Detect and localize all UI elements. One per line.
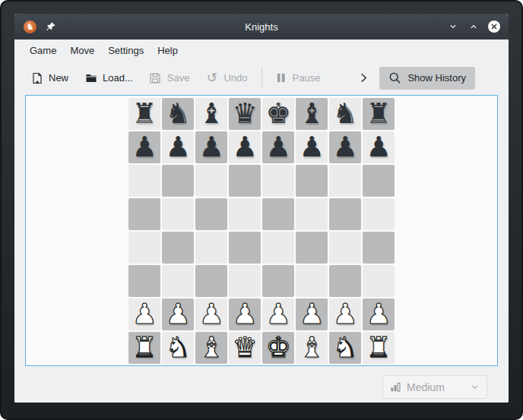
board-square[interactable]: ♟ bbox=[262, 298, 294, 330]
minimize-button[interactable] bbox=[446, 20, 460, 33]
maximize-button[interactable] bbox=[467, 20, 480, 33]
board-square[interactable]: ♟ bbox=[229, 298, 261, 330]
piece-wp[interactable]: ♟ bbox=[332, 298, 357, 330]
board-square[interactable] bbox=[262, 265, 294, 297]
board-square[interactable]: ♟ bbox=[229, 131, 261, 163]
board-square[interactable]: ♟ bbox=[195, 131, 227, 163]
board-square[interactable]: ♜ bbox=[363, 98, 395, 130]
board-square[interactable]: ♞ bbox=[162, 98, 194, 130]
piece-bq[interactable]: ♛ bbox=[232, 98, 257, 130]
piece-bp[interactable]: ♟ bbox=[332, 131, 357, 163]
piece-bp[interactable]: ♟ bbox=[198, 131, 223, 163]
board-square[interactable]: ♟ bbox=[329, 131, 361, 163]
board-square[interactable] bbox=[229, 232, 261, 264]
difficulty-dropdown[interactable]: Medium bbox=[382, 375, 487, 399]
piece-bp[interactable]: ♟ bbox=[165, 131, 190, 163]
show-history-button[interactable]: Show History bbox=[379, 67, 475, 90]
board-square[interactable] bbox=[329, 198, 361, 230]
piece-wp[interactable]: ♟ bbox=[198, 298, 223, 330]
board-square[interactable] bbox=[262, 165, 294, 197]
board-square[interactable]: ♟ bbox=[296, 298, 328, 330]
board-square[interactable] bbox=[128, 165, 160, 197]
board-square[interactable]: ♞ bbox=[162, 332, 194, 364]
board-square[interactable]: ♝ bbox=[195, 332, 227, 364]
board-square[interactable] bbox=[195, 232, 227, 264]
board-square[interactable] bbox=[195, 198, 227, 230]
board-square[interactable] bbox=[162, 198, 194, 230]
piece-bp[interactable]: ♟ bbox=[232, 131, 257, 163]
piece-wp[interactable]: ♟ bbox=[132, 298, 157, 330]
menu-help[interactable]: Help bbox=[151, 42, 185, 59]
board-square[interactable] bbox=[229, 265, 261, 297]
board-square[interactable] bbox=[329, 265, 361, 297]
piece-bp[interactable]: ♟ bbox=[132, 131, 157, 163]
board-square[interactable] bbox=[195, 165, 227, 197]
board-square[interactable]: ♛ bbox=[229, 332, 261, 364]
piece-wr[interactable]: ♜ bbox=[132, 332, 157, 364]
board-square[interactable]: ♚ bbox=[262, 332, 294, 364]
board-square[interactable] bbox=[296, 232, 328, 264]
piece-bp[interactable]: ♟ bbox=[299, 131, 324, 163]
board-square[interactable]: ♜ bbox=[128, 98, 160, 130]
piece-wr[interactable]: ♜ bbox=[366, 332, 391, 364]
piece-bk[interactable]: ♚ bbox=[265, 98, 290, 130]
undo-button[interactable]: ↺ Undo bbox=[200, 68, 252, 88]
new-button[interactable]: New bbox=[25, 68, 74, 88]
toolbar-expand-chevron[interactable] bbox=[358, 72, 369, 84]
close-button[interactable] bbox=[487, 20, 501, 33]
board-square[interactable] bbox=[363, 265, 395, 297]
board-square[interactable] bbox=[128, 232, 160, 264]
board-square[interactable]: ♟ bbox=[329, 298, 361, 330]
board-square[interactable]: ♜ bbox=[363, 332, 395, 364]
piece-wp[interactable]: ♟ bbox=[265, 298, 290, 330]
board-square[interactable]: ♟ bbox=[162, 298, 194, 330]
board-square[interactable] bbox=[363, 232, 395, 264]
piece-bp[interactable]: ♟ bbox=[265, 131, 290, 163]
titlebar[interactable]: ♞ Knights bbox=[14, 14, 509, 39]
load-button[interactable]: Load... bbox=[79, 68, 138, 88]
board-square[interactable] bbox=[262, 198, 294, 230]
piece-wp[interactable]: ♟ bbox=[366, 298, 391, 330]
board-square[interactable] bbox=[195, 265, 227, 297]
board-square[interactable] bbox=[162, 265, 194, 297]
menu-settings[interactable]: Settings bbox=[101, 42, 151, 59]
board-square[interactable]: ♛ bbox=[229, 98, 261, 130]
board-square[interactable] bbox=[128, 265, 160, 297]
piece-br[interactable]: ♜ bbox=[366, 98, 391, 130]
board-square[interactable]: ♞ bbox=[329, 98, 361, 130]
board-square[interactable]: ♞ bbox=[329, 332, 361, 364]
board-square[interactable] bbox=[363, 198, 395, 230]
board-square[interactable]: ♚ bbox=[262, 98, 294, 130]
board-square[interactable] bbox=[229, 198, 261, 230]
board-square[interactable]: ♜ bbox=[128, 332, 160, 364]
board-square[interactable]: ♟ bbox=[162, 131, 194, 163]
board-square[interactable] bbox=[262, 232, 294, 264]
pin-icon[interactable] bbox=[46, 21, 56, 32]
menu-game[interactable]: Game bbox=[23, 42, 63, 59]
piece-bp[interactable]: ♟ bbox=[366, 131, 391, 163]
board-square[interactable]: ♟ bbox=[262, 131, 294, 163]
piece-wn[interactable]: ♞ bbox=[165, 332, 190, 364]
piece-bn[interactable]: ♞ bbox=[165, 98, 190, 130]
piece-wp[interactable]: ♟ bbox=[165, 298, 190, 330]
board-square[interactable]: ♝ bbox=[296, 98, 328, 130]
board-square[interactable] bbox=[296, 265, 328, 297]
board-square[interactable] bbox=[162, 165, 194, 197]
piece-wq[interactable]: ♛ bbox=[232, 332, 257, 364]
piece-bn[interactable]: ♞ bbox=[332, 98, 357, 130]
menu-move[interactable]: Move bbox=[63, 42, 101, 59]
board-square[interactable] bbox=[296, 198, 328, 230]
pause-button[interactable]: Pause bbox=[269, 68, 326, 88]
piece-bb[interactable]: ♝ bbox=[299, 98, 324, 130]
board-square[interactable] bbox=[296, 165, 328, 197]
board-square[interactable]: ♟ bbox=[128, 131, 160, 163]
board-square[interactable] bbox=[229, 165, 261, 197]
piece-wn[interactable]: ♞ bbox=[332, 332, 357, 364]
board-square[interactable] bbox=[329, 232, 361, 264]
board-square[interactable] bbox=[162, 232, 194, 264]
piece-wb[interactable]: ♝ bbox=[299, 332, 324, 364]
piece-wp[interactable]: ♟ bbox=[299, 298, 324, 330]
piece-wp[interactable]: ♟ bbox=[232, 298, 257, 330]
board-square[interactable]: ♝ bbox=[296, 332, 328, 364]
board-square[interactable] bbox=[329, 165, 361, 197]
